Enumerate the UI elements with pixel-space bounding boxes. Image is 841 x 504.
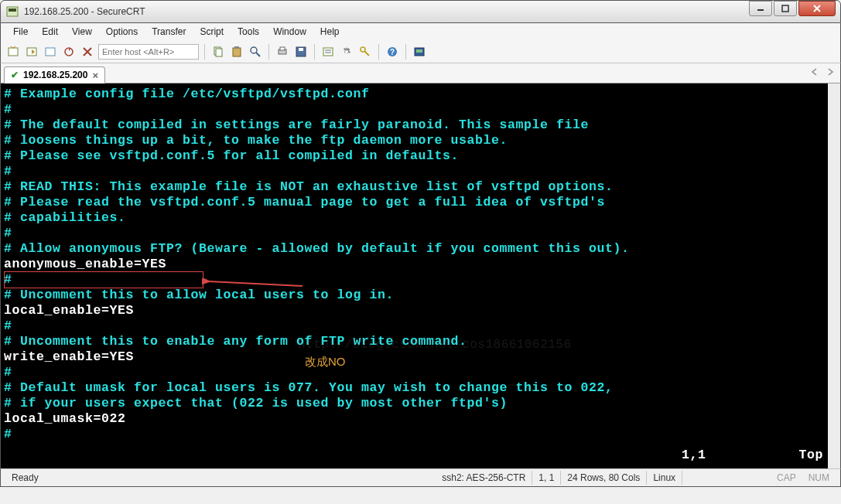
status-num: NUM (802, 471, 836, 485)
svg-rect-20 (323, 48, 333, 56)
svg-point-14 (251, 47, 257, 53)
reconnect-icon[interactable] (61, 44, 77, 60)
tab-label: 192.168.25.200 (23, 70, 87, 80)
cursor-position: 1,1 (682, 448, 706, 462)
disconnect-icon[interactable] (80, 44, 95, 60)
connect-icon[interactable] (43, 44, 58, 60)
tab-prev-icon[interactable] (808, 65, 822, 79)
host-input[interactable] (98, 44, 199, 60)
new-session-icon[interactable] (5, 44, 21, 60)
tabbar: ✔ 192.168.25.200 × (0, 63, 841, 83)
svg-line-25 (364, 51, 369, 56)
terminal-icon[interactable] (412, 44, 427, 60)
svg-rect-29 (416, 49, 422, 53)
status-mode: Linux (647, 471, 682, 485)
menu-transfer[interactable]: Transfer (145, 25, 192, 39)
copy-icon[interactable] (210, 44, 226, 60)
maximize-button[interactable] (774, 1, 797, 16)
status-size: 24 Rows, 80 Cols (561, 471, 647, 485)
status-gap (682, 471, 771, 485)
menu-edit[interactable]: Edit (36, 25, 64, 39)
tab-next-icon[interactable] (823, 65, 837, 79)
toolbar-separator (405, 44, 406, 60)
settings-icon[interactable] (339, 44, 354, 60)
tabbar-controls (808, 65, 837, 79)
terminal-status-line: 1,1 Top (682, 448, 823, 462)
svg-rect-19 (299, 48, 303, 51)
session-tab[interactable]: ✔ 192.168.25.200 × (4, 66, 105, 83)
help-icon[interactable]: ? (385, 44, 400, 60)
menubar: File Edit View Options Transfer Script T… (0, 23, 841, 40)
menu-view[interactable]: View (66, 25, 98, 39)
quick-connect-icon[interactable] (24, 44, 39, 60)
menu-file[interactable]: File (7, 25, 34, 39)
statusbar: Ready ssh2: AES-256-CTR 1, 1 24 Rows, 80… (0, 468, 841, 487)
tab-close-icon[interactable]: × (92, 70, 98, 81)
vertical-scrollbar[interactable] (828, 83, 840, 468)
svg-rect-3 (782, 5, 788, 12)
status-cap: CAP (771, 471, 802, 485)
svg-rect-17 (280, 47, 285, 50)
svg-text:?: ? (390, 48, 395, 56)
paste-icon[interactable] (229, 44, 244, 60)
terminal[interactable]: # Example config file /etc/vsftpd/vsftpd… (4, 87, 837, 465)
toolbar: ? (0, 40, 841, 63)
svg-rect-6 (9, 48, 18, 56)
window-controls (749, 1, 836, 16)
minimize-button[interactable] (749, 1, 772, 16)
menu-script[interactable]: Script (193, 25, 230, 39)
scroll-position: Top (798, 448, 823, 462)
print-icon[interactable] (275, 44, 290, 60)
svg-rect-12 (233, 48, 241, 56)
svg-rect-8 (46, 48, 55, 56)
status-cipher: ssh2: AES-256-CTR (436, 471, 532, 485)
menu-window[interactable]: Window (267, 25, 313, 39)
close-button[interactable] (798, 1, 836, 16)
toolbar-separator (268, 44, 269, 60)
svg-rect-11 (216, 49, 222, 56)
svg-rect-1 (9, 9, 16, 12)
toolbar-separator (378, 44, 379, 60)
save-icon[interactable] (293, 44, 309, 60)
status-cursor: 1, 1 (532, 471, 561, 485)
find-icon[interactable] (248, 44, 263, 60)
window-title: 192.168.25.200 - SecureCRT (24, 6, 840, 17)
connected-icon: ✔ (11, 70, 19, 80)
svg-line-15 (256, 53, 260, 56)
app-icon (5, 5, 19, 19)
svg-point-23 (345, 50, 348, 53)
terminal-content: # Example config file /etc/vsftpd/vsftpd… (4, 87, 837, 442)
toolbar-separator (314, 44, 315, 60)
key-icon[interactable] (357, 44, 373, 60)
menu-tools[interactable]: Tools (231, 25, 265, 39)
svg-rect-13 (234, 46, 239, 49)
properties-icon[interactable] (320, 44, 336, 60)
titlebar: 192.168.25.200 - SecureCRT (0, 0, 841, 23)
toolbar-separator (204, 44, 205, 60)
terminal-container: # Example config file /etc/vsftpd/vsftpd… (0, 83, 841, 468)
status-ready: Ready (5, 471, 45, 485)
menu-options[interactable]: Options (100, 25, 144, 39)
menu-help[interactable]: Help (314, 25, 346, 39)
status-spacer (45, 471, 436, 485)
